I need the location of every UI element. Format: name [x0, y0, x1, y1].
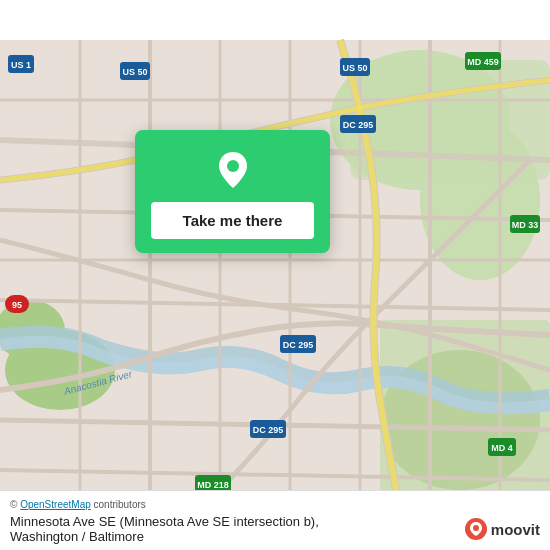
svg-text:US 1: US 1 [11, 60, 31, 70]
moovit-logo[interactable]: moovit [465, 518, 540, 540]
bottom-bar: © OpenStreetMap contributors Minnesota A… [0, 490, 550, 550]
location-info: Minnesota Ave SE (Minnesota Ave SE inter… [10, 514, 540, 544]
svg-point-47 [473, 525, 479, 531]
svg-text:US 50: US 50 [342, 63, 367, 73]
osm-credit: © OpenStreetMap contributors [10, 499, 540, 510]
moovit-brand-name: moovit [491, 521, 540, 538]
svg-text:US 50: US 50 [122, 67, 147, 77]
location-text: Minnesota Ave SE (Minnesota Ave SE inter… [10, 514, 465, 544]
map-container: US 1 US 50 US 50 MD 459 DC 295 DC 295 DC… [0, 0, 550, 550]
osm-link[interactable]: OpenStreetMap [20, 499, 91, 510]
moovit-brand-icon [465, 518, 487, 540]
location-city: Washington / Baltimore [10, 529, 144, 544]
svg-text:DC 295: DC 295 [283, 340, 314, 350]
map-svg: US 1 US 50 US 50 MD 459 DC 295 DC 295 DC… [0, 0, 550, 550]
svg-text:DC 295: DC 295 [253, 425, 284, 435]
svg-text:MD 4: MD 4 [491, 443, 513, 453]
location-name: Minnesota Ave SE (Minnesota Ave SE inter… [10, 514, 319, 529]
svg-rect-3 [350, 60, 550, 180]
svg-text:MD 218: MD 218 [197, 480, 229, 490]
svg-point-45 [227, 160, 239, 172]
location-pin-icon [211, 148, 255, 192]
take-me-there-button[interactable]: Take me there [151, 202, 314, 239]
svg-text:MD 459: MD 459 [467, 57, 499, 67]
svg-text:95: 95 [12, 300, 22, 310]
popup-card: Take me there [135, 130, 330, 253]
svg-text:DC 295: DC 295 [343, 120, 374, 130]
svg-text:MD 33: MD 33 [512, 220, 539, 230]
